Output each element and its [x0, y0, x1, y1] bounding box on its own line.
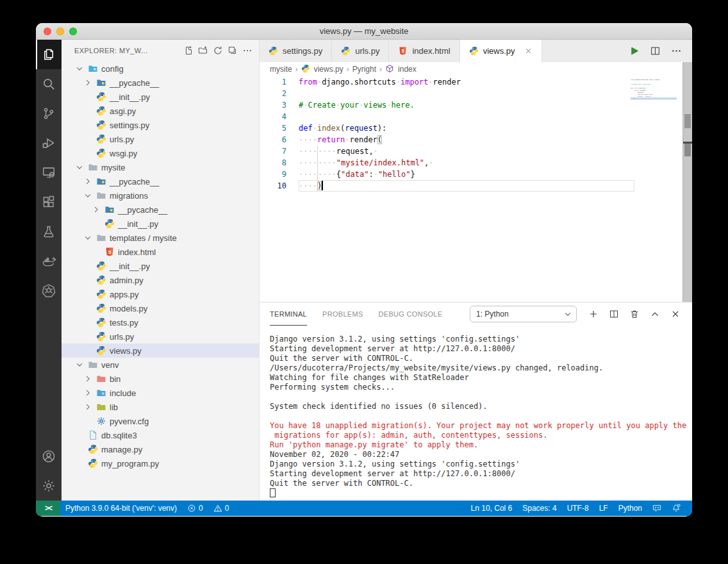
tree-item-manage-py[interactable]: manage.py: [62, 442, 259, 456]
tree-item--pycache-[interactable]: __pycache__: [62, 203, 259, 217]
tree-item-label: pyvenv.cfg: [110, 417, 149, 426]
collapse-folders-button[interactable]: [228, 46, 238, 56]
tree-item-pyvenv-cfg[interactable]: pyvenv.cfg: [62, 414, 259, 428]
activity-item-settings[interactable]: [36, 471, 62, 501]
activity-item-extensions[interactable]: [36, 187, 62, 217]
tree-item-my-program-py[interactable]: my_program.py: [62, 456, 259, 470]
tree-item-config[interactable]: config: [62, 62, 259, 76]
tree-item-db-sqlite3[interactable]: db.sqlite3: [62, 428, 259, 442]
tab-views-py[interactable]: views.py: [460, 40, 542, 62]
tab-settings-py[interactable]: settings.py: [260, 40, 332, 62]
more-actions-button[interactable]: [671, 46, 682, 56]
python-file-icon: [96, 331, 106, 342]
panel-tab-terminal[interactable]: TERMINAL: [270, 303, 307, 326]
close-panel-button[interactable]: [670, 309, 681, 319]
more-actions-button[interactable]: [242, 46, 252, 56]
terminal-line: migrations for app(s): admin, auth, cont…: [270, 431, 692, 440]
status-item-indentation[interactable]: Spaces: 4: [517, 501, 561, 516]
activity-item-testing[interactable]: [36, 217, 62, 246]
tree-item-bin[interactable]: bin: [62, 372, 259, 386]
python-file-icon: [96, 148, 106, 158]
close-tab-icon[interactable]: [524, 47, 533, 55]
status-item-error-count[interactable]: 0: [182, 501, 208, 516]
tree-item-include[interactable]: include: [62, 386, 259, 400]
maximize-panel-button[interactable]: [650, 309, 660, 319]
tree-item--pycache-[interactable]: __pycache__: [62, 174, 259, 188]
status-item-warning-count[interactable]: 0: [208, 501, 235, 516]
panel-header: TERMINALPROBLEMSDEBUG CONSOLE 1: Python: [260, 303, 692, 326]
terminal-selector-dropdown[interactable]: 1: Python: [470, 306, 577, 322]
tab-index-html[interactable]: 5index.html: [389, 40, 459, 62]
run-python-file-button[interactable]: [629, 46, 640, 56]
tree-item-apps-py[interactable]: apps.py: [62, 287, 259, 301]
feedback-icon: [652, 504, 661, 513]
breadcrumb-item[interactable]: index: [385, 64, 417, 74]
new-folder-button[interactable]: [198, 46, 208, 56]
tree-item--init-py[interactable]: __init__.py: [62, 90, 259, 104]
activity-item-run-debug[interactable]: [36, 128, 62, 158]
tree-item-venv[interactable]: venv: [62, 358, 259, 372]
tab-urls-py[interactable]: urls.py: [332, 40, 389, 62]
activity-item-search[interactable]: [36, 69, 62, 99]
remote-indicator[interactable]: ><: [36, 501, 60, 516]
breadcrumb[interactable]: mysite›views.py›Pyright›index: [260, 62, 692, 76]
split-editor-button[interactable]: [650, 46, 661, 56]
panel-tab-problems[interactable]: PROBLEMS: [322, 303, 363, 326]
tree-item-settings-py[interactable]: settings.py: [62, 118, 259, 132]
tree-item-views-py[interactable]: views.py: [62, 344, 259, 358]
status-item-cursor-position[interactable]: Ln 10, Col 6: [466, 501, 518, 516]
tree-item--init-py[interactable]: __init__.py: [62, 217, 259, 231]
scrollbar-thumb[interactable]: [684, 114, 691, 128]
tree-item--pycache-[interactable]: __pycache__: [62, 76, 259, 90]
panel-tab-debug-console[interactable]: DEBUG CONSOLE: [379, 303, 443, 326]
tree-item-urls-py[interactable]: urls.py: [62, 329, 259, 344]
status-item-encoding[interactable]: UTF-8: [562, 501, 594, 516]
activity-item-kubernetes[interactable]: [36, 276, 62, 305]
minimap[interactable]: from·django.shortcuts·import·render#·Cre…: [631, 79, 677, 117]
status-item-python-interpreter[interactable]: Python 3.9.0 64-bit ('venv': venv): [60, 501, 182, 516]
tree-item-urls-py[interactable]: urls.py: [62, 132, 259, 146]
tree-item-index-html[interactable]: 5index.html: [62, 245, 259, 259]
status-item-feedback[interactable]: [647, 501, 666, 516]
activity-item-accounts[interactable]: [36, 442, 62, 471]
activity-item-remote-explorer[interactable]: [36, 158, 62, 187]
code-area[interactable]: 1from·django.shortcuts·import·render23#·…: [260, 76, 692, 192]
close-window-button[interactable]: [44, 28, 51, 35]
status-item-eol[interactable]: LF: [594, 501, 613, 516]
activity-item-source-control[interactable]: [36, 99, 62, 128]
refresh-explorer-button[interactable]: [213, 46, 223, 56]
tree-item-templates-mysite[interactable]: templates / mysite: [62, 231, 259, 245]
breadcrumb-item[interactable]: mysite: [270, 65, 292, 74]
tree-item-lib[interactable]: lib: [62, 400, 259, 414]
status-item-notifications[interactable]: [666, 501, 686, 516]
folder-icon: [88, 162, 98, 172]
new-terminal-button[interactable]: [588, 309, 599, 319]
status-item-language-mode[interactable]: Python: [613, 501, 647, 516]
tree-item-asgi-py[interactable]: asgi.py: [62, 104, 259, 118]
terminal-output[interactable]: Django version 3.1.2, using settings 'co…: [260, 326, 692, 501]
editor-scrollbar[interactable]: [682, 62, 692, 302]
minimize-window-button[interactable]: [56, 28, 64, 35]
python-file-icon: [96, 106, 106, 116]
new-file-button[interactable]: [183, 46, 194, 56]
title-bar[interactable]: views.py — my_website: [36, 23, 692, 40]
activity-item-docker[interactable]: [36, 246, 62, 276]
scrollbar-thumb[interactable]: [684, 144, 691, 156]
zoom-window-button[interactable]: [69, 28, 77, 35]
python-file-icon: [96, 120, 106, 130]
tree-item-wsgi-py[interactable]: wsgi.py: [62, 146, 259, 160]
tree-item-tests-py[interactable]: tests.py: [62, 315, 259, 329]
tree-item-migrations[interactable]: migrations: [62, 188, 259, 203]
breadcrumb-item[interactable]: Pyright: [352, 65, 376, 74]
tree-item-mysite[interactable]: mysite: [62, 160, 259, 174]
terminal-line: Run 'python manage.py migrate' to apply …: [270, 440, 692, 450]
split-terminal-button[interactable]: [609, 309, 619, 319]
tree-item-admin-py[interactable]: admin.py: [62, 273, 259, 287]
tree-item-models-py[interactable]: models.py: [62, 301, 259, 315]
tree-item-label: manage.py: [101, 445, 142, 454]
breadcrumb-item[interactable]: views.py: [301, 64, 343, 74]
activity-item-explorer[interactable]: [36, 40, 62, 69]
kill-terminal-button[interactable]: [629, 309, 640, 319]
tree-item--init-py[interactable]: __init__.py: [62, 259, 259, 273]
activity-bar: [36, 40, 62, 501]
